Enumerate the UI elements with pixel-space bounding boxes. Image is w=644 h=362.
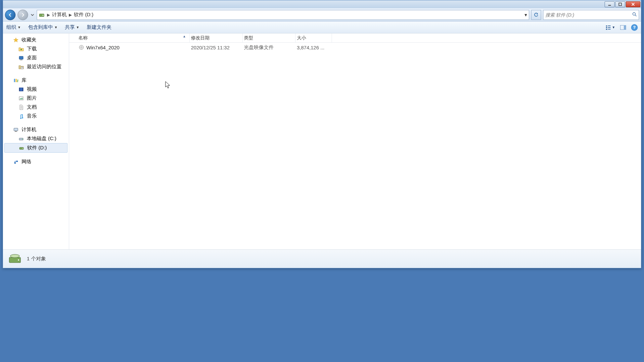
address-dropdown[interactable]: ▾ <box>523 12 529 18</box>
help-icon: ? <box>633 25 636 30</box>
svg-point-36 <box>10 254 20 258</box>
svg-point-34 <box>81 47 82 48</box>
file-type: 光盘映像文件 <box>243 44 296 51</box>
chevron-down-icon: ▼ <box>612 26 615 29</box>
file-list[interactable]: Win7x64_2020 2020/12/25 11:32 光盘映像文件 3,8… <box>69 43 641 249</box>
sidebar-label: 下载 <box>27 46 37 52</box>
breadcrumb-chevron-icon[interactable]: ▶ <box>68 13 72 17</box>
search-input[interactable] <box>545 12 632 18</box>
address-bar[interactable]: ▶ 计算机 ▶ 软件 (D:) ▾ <box>37 10 529 20</box>
maximize-icon <box>619 3 622 6</box>
sidebar-label: 最近访问的位置 <box>27 64 62 70</box>
refresh-icon <box>533 12 539 18</box>
sidebar-item-video[interactable]: 视频 <box>3 85 69 94</box>
svg-rect-10 <box>608 29 611 29</box>
toolbar-label: 包含到库中 <box>28 24 53 30</box>
content-pane: 名称 ▲ 修改日期 类型 大小 <box>69 33 641 249</box>
preview-pane-icon <box>620 25 626 30</box>
sidebar-libraries[interactable]: 库 <box>3 76 69 85</box>
sidebar-item-downloads[interactable]: 下载 <box>3 44 69 53</box>
toolbar-label: 组织 <box>6 24 16 30</box>
organize-button[interactable]: 组织▼ <box>6 24 21 30</box>
svg-rect-14 <box>21 59 22 60</box>
help-button[interactable]: ? <box>631 24 638 31</box>
column-header-type[interactable]: 类型 <box>243 33 296 42</box>
download-folder-icon <box>18 46 24 52</box>
refresh-button[interactable] <box>531 10 541 20</box>
include-in-library-button[interactable]: 包含到库中▼ <box>28 24 58 30</box>
svg-rect-0 <box>608 5 611 6</box>
view-icon <box>606 25 611 30</box>
close-icon <box>631 2 635 6</box>
arrow-right-icon <box>20 12 25 18</box>
svg-rect-6 <box>608 26 611 26</box>
sidebar-network[interactable]: 网络 <box>3 157 69 166</box>
chevron-down-icon: ▼ <box>54 26 58 29</box>
explorer-window: ▶ 计算机 ▶ 软件 (D:) ▾ 组织▼ 包含到库中▼ 共享▼ <box>3 0 641 268</box>
disc-image-icon <box>78 44 84 50</box>
sidebar-label: 计算机 <box>22 127 36 133</box>
share-button[interactable]: 共享▼ <box>65 24 79 30</box>
search-icon[interactable] <box>632 12 637 18</box>
sidebar-favorites[interactable]: 收藏夹 <box>3 35 69 44</box>
column-label: 大小 <box>297 35 306 41</box>
breadcrumb-current[interactable]: 软件 (D:) <box>72 12 95 18</box>
toolbar: 组织▼ 包含到库中▼ 共享▼ 新建文件夹 ▼ ? <box>3 22 641 33</box>
column-label: 类型 <box>244 35 253 41</box>
sidebar-label: 音乐 <box>27 113 37 119</box>
breadcrumb-chevron-icon[interactable]: ▶ <box>46 13 51 17</box>
desktop-icon <box>18 55 24 61</box>
view-options-button[interactable]: ▼ <box>606 24 615 31</box>
sidebar-item-cdrive[interactable]: 本地磁盘 (C:) <box>3 134 69 143</box>
drive-icon <box>38 12 45 18</box>
sidebar-label: 桌面 <box>27 55 37 61</box>
svg-rect-21 <box>19 88 20 91</box>
sidebar-item-recent[interactable]: 最近访问的位置 <box>3 62 69 71</box>
back-button[interactable] <box>5 10 16 20</box>
column-header-name[interactable]: 名称 ▲ <box>77 33 190 42</box>
file-row[interactable]: Win7x64_2020 2020/12/25 11:32 光盘映像文件 3,8… <box>69 43 641 52</box>
drive-icon <box>18 136 24 142</box>
sidebar-item-desktop[interactable]: 桌面 <box>3 53 69 62</box>
svg-point-3 <box>43 15 44 16</box>
column-label: 名称 <box>78 35 88 41</box>
computer-icon <box>13 127 19 133</box>
svg-rect-22 <box>23 88 23 91</box>
minimize-button[interactable] <box>605 1 615 7</box>
close-button[interactable] <box>626 1 640 7</box>
column-header-date[interactable]: 修改日期 <box>190 33 243 42</box>
sidebar-computer[interactable]: 计算机 <box>3 125 69 134</box>
breadcrumb-computer[interactable]: 计算机 <box>51 12 68 18</box>
new-folder-button[interactable]: 新建文件夹 <box>87 24 112 30</box>
search-box[interactable] <box>543 10 639 20</box>
chevron-down-icon: ▼ <box>76 26 79 29</box>
sidebar-item-music[interactable]: 音乐 <box>3 112 69 121</box>
arrow-left-icon <box>8 12 13 18</box>
svg-rect-17 <box>14 79 15 82</box>
sidebar-label: 收藏夹 <box>22 37 36 43</box>
sidebar-label: 视频 <box>27 86 37 92</box>
library-icon <box>13 78 19 83</box>
music-icon <box>18 113 24 119</box>
titlebar <box>3 0 641 8</box>
sidebar-item-documents[interactable]: 文档 <box>3 103 69 112</box>
sidebar-item-ddrive[interactable]: 软件 (D:) <box>4 143 68 153</box>
svg-rect-9 <box>606 29 607 30</box>
svg-rect-23 <box>19 97 23 100</box>
forward-button[interactable] <box>18 10 28 20</box>
drive-large-icon <box>7 251 23 267</box>
svg-rect-5 <box>606 26 607 26</box>
svg-rect-26 <box>15 131 17 132</box>
svg-rect-8 <box>608 27 611 28</box>
svg-rect-25 <box>15 131 17 131</box>
file-date: 2020/12/25 11:32 <box>190 45 243 50</box>
svg-rect-7 <box>606 27 607 28</box>
svg-point-4 <box>633 13 635 15</box>
nav-history-dropdown[interactable] <box>30 13 35 17</box>
pictures-icon <box>18 95 24 101</box>
column-header-size[interactable]: 大小 <box>296 33 332 42</box>
preview-pane-button[interactable] <box>619 24 628 31</box>
maximize-button[interactable] <box>615 1 625 7</box>
sidebar-label: 软件 (D:) <box>27 145 47 151</box>
sidebar-item-pictures[interactable]: 图片 <box>3 94 69 103</box>
